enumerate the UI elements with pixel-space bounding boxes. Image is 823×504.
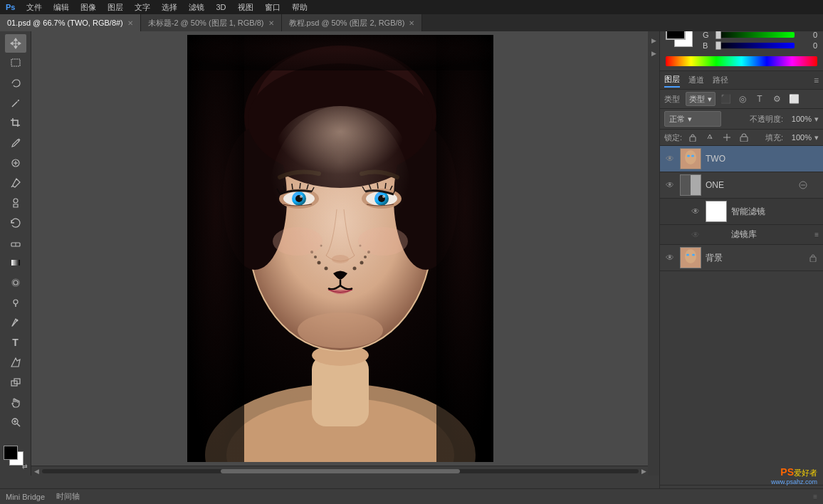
layer-filter-lib[interactable]: 👁 滤镜库 ≡ — [660, 225, 823, 245]
opacity-arrow[interactable]: ▾ — [814, 115, 819, 124]
layers-panel-menu[interactable]: ≡ — [814, 75, 819, 85]
menu-filter[interactable]: 滤镜 — [189, 2, 204, 13]
layer-bg-visibility[interactable]: 👁 — [664, 252, 676, 263]
crop-tool[interactable] — [5, 114, 26, 132]
hscrollbar[interactable]: ◀ ▶ — [31, 466, 649, 476]
marquee-tool[interactable] — [5, 54, 26, 73]
canvas-inner[interactable] — [31, 31, 649, 466]
portrait-canvas[interactable] — [187, 35, 493, 462]
timeline-label[interactable]: 时间轴 — [56, 491, 80, 502]
svg-rect-60 — [187, 35, 493, 70]
layers-tab-channels[interactable]: 通道 — [688, 73, 704, 87]
hscroll-left-btn[interactable]: ◀ — [34, 468, 39, 475]
filter-dropdown-arrow: ▾ — [708, 95, 712, 104]
side-icon-2[interactable]: ▶ — [649, 48, 659, 58]
tab-01psd[interactable]: 01.psd @ 66.7% (TWO, RGB/8#) ✕ — [0, 14, 141, 31]
spectrum-bar[interactable] — [666, 56, 817, 66]
layer-smart-filter[interactable]: 👁 智能滤镜 — [660, 199, 823, 225]
hscroll-right-btn[interactable]: ▶ — [641, 468, 646, 475]
lock-all-btn[interactable] — [738, 131, 750, 144]
fill-arrow[interactable]: ▾ — [814, 133, 819, 142]
b-label: B — [703, 41, 713, 50]
eyedropper-tool[interactable] — [5, 134, 26, 152]
layer-one-visibility[interactable]: 👁 — [664, 179, 676, 191]
filter-lib-visibility[interactable]: 👁 — [690, 229, 701, 241]
filter-icon-1[interactable]: ⬛ — [718, 92, 733, 106]
magic-wand-tool[interactable] — [5, 94, 26, 112]
layers-list: 👁 TWO 👁 — [660, 146, 823, 485]
pen-tool[interactable] — [5, 313, 26, 332]
move-tool[interactable] — [5, 34, 26, 53]
blend-mode-dropdown[interactable]: 正常 ▾ — [664, 111, 721, 127]
menu-3d[interactable]: 3D — [216, 3, 226, 11]
b-slider-thumb[interactable] — [715, 41, 721, 50]
filter-icon-4[interactable]: ⚙ — [770, 92, 784, 106]
lasso-tool[interactable] — [5, 74, 26, 93]
filter-icon-2[interactable]: ◎ — [735, 92, 750, 106]
layer-item-one[interactable]: 👁 ONE — [660, 172, 823, 199]
svg-rect-61 — [690, 137, 696, 142]
hscroll-thumb[interactable] — [221, 469, 459, 473]
lock-pixels-btn[interactable] — [686, 131, 699, 144]
menu-view[interactable]: 视图 — [238, 2, 253, 13]
fill-value[interactable]: 100% — [786, 133, 812, 142]
opacity-label: 不透明度: — [750, 114, 783, 125]
zoom-tool[interactable] — [5, 413, 26, 431]
menu-help[interactable]: 帮助 — [292, 2, 308, 13]
svg-line-17 — [17, 424, 20, 426]
layers-tab-layers[interactable]: 图层 — [664, 73, 680, 88]
menu-layer[interactable]: 图层 — [108, 2, 123, 13]
layers-tab-paths[interactable]: 路径 — [713, 73, 728, 87]
opacity-value[interactable]: 100% — [786, 115, 812, 123]
smart-filter-visibility[interactable]: 👁 — [690, 206, 701, 217]
menu-file[interactable]: 文件 — [26, 2, 42, 13]
layer-item-bg[interactable]: 👁 背景 — [660, 245, 823, 271]
tab-tutorial-close[interactable]: ✕ — [409, 19, 414, 27]
tab-tutorial[interactable]: 教程.psd @ 50% (图层 2, RGB/8) ✕ — [282, 14, 423, 31]
blur-tool[interactable] — [5, 273, 26, 292]
history-tool[interactable] — [5, 214, 26, 232]
menu-edit[interactable]: 编辑 — [53, 2, 69, 13]
fg-color-swatch[interactable] — [4, 446, 18, 460]
tab-untitled[interactable]: 未标题-2 @ 50% (图层 1, RGB/8) ✕ — [141, 14, 282, 31]
brush-tool[interactable] — [5, 174, 26, 192]
shape-tool[interactable] — [5, 373, 26, 392]
layer-item-two[interactable]: 👁 TWO — [660, 146, 823, 172]
menu-window[interactable]: 窗口 — [265, 2, 281, 13]
swap-colors-icon[interactable]: ⇄ — [22, 463, 28, 470]
eraser-tool[interactable] — [5, 233, 26, 252]
bottom-bar-menu[interactable]: ≡ — [813, 493, 817, 500]
mini-bridge-label[interactable]: Mini Bridge — [6, 493, 45, 501]
layer-two-visibility[interactable]: 👁 — [664, 153, 676, 164]
layer-bg-thumb — [680, 247, 701, 268]
filter-icon-5[interactable]: ⬜ — [787, 92, 801, 106]
path-select-tool[interactable] — [5, 353, 26, 372]
heal-tool[interactable] — [5, 154, 26, 172]
svg-rect-72 — [706, 201, 726, 221]
clone-tool[interactable] — [5, 194, 26, 212]
hand-tool[interactable] — [5, 393, 26, 411]
menu-select[interactable]: 选择 — [162, 2, 177, 13]
type-tool[interactable]: T — [5, 333, 26, 352]
dodge-tool[interactable] — [5, 293, 26, 312]
smart-filter-thumb — [706, 201, 727, 222]
lock-paint-btn[interactable] — [703, 131, 716, 144]
b-slider[interactable] — [715, 43, 795, 48]
tab-01psd-close[interactable]: ✕ — [127, 19, 133, 27]
lock-position-btn[interactable] — [720, 131, 733, 144]
g-slider[interactable] — [715, 32, 795, 38]
blend-mode-arrow: ▾ — [688, 115, 692, 124]
menu-type[interactable]: 文字 — [135, 2, 150, 13]
filter-dropdown[interactable]: 类型 ▾ — [686, 92, 715, 106]
side-icon-1[interactable]: ▶ — [649, 36, 659, 46]
g-value: 0 — [797, 31, 817, 39]
gradient-tool[interactable] — [5, 253, 26, 272]
tab-untitled-close[interactable]: ✕ — [268, 19, 274, 27]
svg-point-73 — [685, 249, 696, 263]
filter-icon-3[interactable]: T — [753, 92, 767, 106]
g-slider-thumb[interactable] — [715, 31, 721, 39]
svg-rect-69 — [691, 175, 701, 195]
svg-point-2 — [18, 100, 19, 101]
ps-logo: Ps — [6, 3, 15, 11]
menu-image[interactable]: 图像 — [80, 2, 96, 13]
